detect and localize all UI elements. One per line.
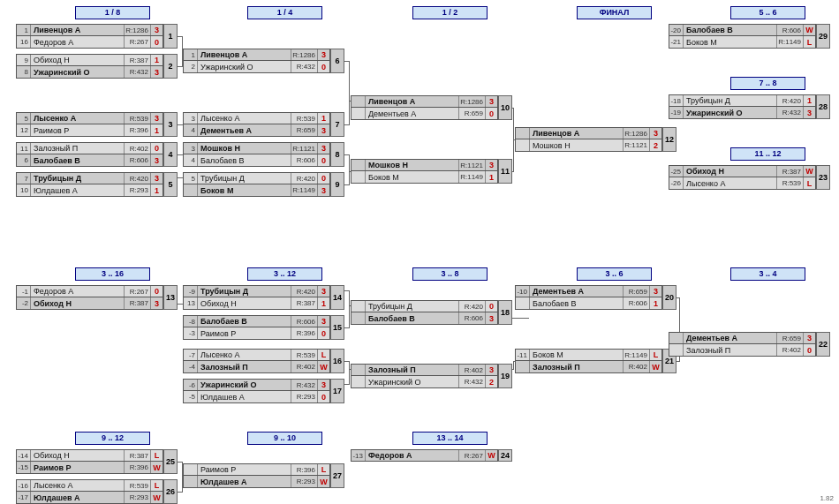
seed: 1 bbox=[184, 49, 198, 60]
seed bbox=[516, 361, 530, 372]
seed bbox=[351, 96, 366, 107]
score: L bbox=[803, 36, 815, 48]
player-name: Лысенко А bbox=[198, 350, 291, 360]
seed: 5 bbox=[184, 173, 198, 184]
rating: R:1286 bbox=[458, 96, 485, 107]
rating: R:1149 bbox=[623, 350, 649, 360]
seed: -10 bbox=[516, 286, 530, 297]
player-name: Ливенцов А bbox=[31, 25, 124, 35]
player-row: -3Раимов РR:3960 bbox=[183, 327, 330, 340]
bracket-connector bbox=[349, 154, 350, 184]
seed: -16 bbox=[17, 480, 31, 491]
rating: R:606 bbox=[124, 154, 150, 166]
player-row: -20Балобаев ВR:606W bbox=[669, 24, 816, 36]
match-number: 2 bbox=[163, 54, 178, 79]
player-name: Ужаринский О bbox=[198, 380, 291, 390]
player-name: Федоров А bbox=[31, 286, 124, 297]
match: -1Федоров АR:2670-2Обиход НR:387313 bbox=[16, 285, 178, 310]
score: 3 bbox=[317, 316, 329, 327]
score: 3 bbox=[150, 25, 163, 35]
seed: 4 bbox=[184, 154, 198, 166]
player-name: Ливенцов А bbox=[530, 128, 623, 139]
player-row: 16Федоров АR:2670 bbox=[16, 36, 163, 49]
player-name: Залозный П bbox=[198, 361, 291, 372]
player-name: Ливенцов А bbox=[366, 96, 458, 107]
player-row: -9Трубицын ДR:4203 bbox=[183, 285, 330, 297]
seed bbox=[351, 108, 366, 119]
match: -8Балобаев ВR:6063-3Раимов РR:396015 bbox=[183, 315, 344, 340]
player-row: -21Боков МR:1149L bbox=[669, 36, 816, 49]
player-row: -6Ужаринский ОR:4323 bbox=[183, 379, 330, 391]
score: 0 bbox=[485, 301, 497, 312]
seed bbox=[516, 128, 530, 139]
match: -11Боков МR:1149LЗалозный ПR:402W21 bbox=[515, 349, 676, 373]
match: -6Ужаринский ОR:4323-5Юлдашев АR:293017 bbox=[183, 379, 344, 403]
seed bbox=[351, 376, 366, 387]
rating: R:267 bbox=[458, 450, 485, 461]
player-name: Мошков Н bbox=[366, 160, 458, 170]
bracket-connector bbox=[513, 361, 514, 370]
match: 1Ливенцов АR:128632Ужаринский ОR:43206 bbox=[183, 49, 344, 73]
match: -20Балобаев ВR:606W-21Боков МR:1149L29 bbox=[669, 24, 830, 49]
match: Раимов РR:396LЮлдашев АR:293W27 bbox=[183, 463, 344, 488]
round-header: ФИНАЛ bbox=[577, 6, 652, 19]
score: L bbox=[150, 450, 163, 461]
player-name: Ливенцов А bbox=[198, 49, 291, 60]
round-header: 9 .. 12 bbox=[75, 432, 150, 445]
seed: -9 bbox=[184, 286, 198, 297]
rating: R:659 bbox=[776, 333, 803, 343]
seed bbox=[669, 344, 684, 356]
player-row: 5Лысенко АR:5393 bbox=[16, 112, 163, 124]
player-row: 4Дементьев АR:6593 bbox=[183, 124, 330, 137]
player-row: -11Боков МR:1149L bbox=[515, 349, 662, 361]
match-number: 13 bbox=[163, 285, 178, 310]
match-number: 14 bbox=[330, 285, 344, 310]
player-row: Балобаев ВR:6063 bbox=[351, 312, 498, 325]
score: W bbox=[485, 450, 497, 461]
score: 3 bbox=[150, 173, 163, 184]
player-name: Мошков Н bbox=[198, 143, 291, 154]
rating: R:396 bbox=[291, 327, 317, 339]
player-name: Боков М bbox=[684, 36, 776, 48]
match: 9Обиход НR:38718Ужаринский ОR:43232 bbox=[16, 54, 178, 79]
player-name: Раимов Р bbox=[31, 124, 124, 136]
seed: 3 bbox=[184, 143, 198, 154]
player-name: Раимов Р bbox=[31, 462, 124, 473]
seed: -5 bbox=[184, 391, 198, 402]
player-row: Раимов РR:396L bbox=[183, 463, 330, 476]
player-row: -26Лысенко АR:539L bbox=[669, 177, 816, 190]
score: 3 bbox=[150, 66, 163, 78]
score: 2 bbox=[485, 376, 497, 387]
player-row: -8Балобаев ВR:6063 bbox=[183, 315, 330, 327]
player-row: Мошков НR:11213 bbox=[351, 159, 498, 171]
player-row: Трубицын ДR:4200 bbox=[351, 300, 498, 312]
seed: -19 bbox=[669, 107, 684, 118]
player-name: Федоров А bbox=[31, 36, 124, 48]
rating: R:1286 bbox=[124, 25, 150, 35]
round-header: 3 .. 6 bbox=[577, 267, 652, 281]
score: 0 bbox=[150, 143, 163, 154]
round-header: 3 .. 16 bbox=[75, 267, 150, 281]
player-name: Ужаринский О bbox=[198, 61, 291, 72]
seed bbox=[516, 297, 530, 309]
seed: 12 bbox=[17, 124, 31, 136]
seed bbox=[184, 464, 198, 475]
score: 0 bbox=[150, 286, 163, 297]
rating: R:396 bbox=[124, 124, 150, 136]
score: 0 bbox=[485, 108, 497, 119]
version-label: 1.82 bbox=[820, 494, 834, 502]
match-number: 23 bbox=[816, 165, 830, 190]
bracket-connector bbox=[349, 361, 350, 384]
rating: R:396 bbox=[124, 462, 150, 473]
seed: -21 bbox=[669, 36, 684, 48]
player-name: Боков М bbox=[366, 171, 458, 183]
seed: -2 bbox=[17, 297, 31, 309]
score: W bbox=[317, 476, 329, 487]
score: 3 bbox=[803, 107, 815, 118]
player-row: Ужаринский ОR:4322 bbox=[351, 376, 498, 388]
rating: R:432 bbox=[458, 376, 485, 387]
match: -16Лысенко АR:539L-17Юлдашев АR:293W26 bbox=[16, 479, 178, 504]
score: 3 bbox=[317, 286, 329, 297]
rating: R:539 bbox=[776, 177, 803, 189]
player-name: Трубицын Д bbox=[366, 301, 458, 312]
